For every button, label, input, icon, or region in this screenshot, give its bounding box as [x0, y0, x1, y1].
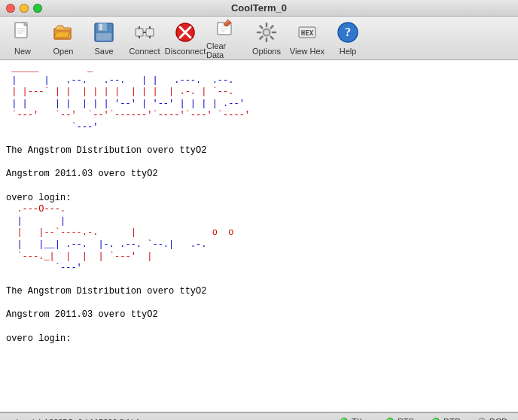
- tx-rx-group: TX RX: [340, 417, 373, 420]
- rts-indicator: RTS: [386, 417, 419, 420]
- maximize-button[interactable]: [33, 4, 42, 13]
- tx-indicator: TX: [340, 417, 373, 420]
- disconnect-label: Disconnect: [165, 47, 206, 56]
- clear-data-label: Clear Data: [206, 41, 245, 59]
- svg-rect-11: [146, 29, 154, 36]
- svg-text:?: ?: [345, 26, 351, 38]
- tx-label: TX: [352, 417, 373, 420]
- disconnect-icon: [173, 20, 197, 44]
- connect-button[interactable]: Connect: [125, 19, 164, 58]
- svg-rect-8: [99, 24, 102, 30]
- new-button[interactable]: New: [3, 19, 42, 58]
- window-title: CoolTerm_0: [231, 2, 287, 14]
- connect-icon: [133, 20, 157, 44]
- dcd-ri-group: DCD RI: [478, 417, 510, 420]
- status-bar: usbserial-A8005Ca2 / 115200 8-N-1 Connec…: [0, 412, 518, 420]
- view-hex-label: View Hex: [290, 47, 325, 56]
- help-button[interactable]: ? Help: [328, 19, 367, 58]
- new-label: New: [14, 47, 31, 56]
- minimize-button[interactable]: [20, 4, 29, 13]
- view-hex-button[interactable]: HEX View Hex: [288, 19, 327, 58]
- status-indicators: TX RX RTS CTS DTR: [340, 417, 510, 420]
- open-label: Open: [53, 47, 74, 56]
- new-icon: [11, 20, 35, 44]
- connect-label: Connect: [130, 47, 160, 56]
- save-icon: [92, 20, 116, 44]
- save-button[interactable]: Save: [84, 19, 123, 58]
- window-controls[interactable]: [6, 4, 42, 13]
- dcd-label: DCD: [489, 417, 510, 420]
- options-button[interactable]: Options: [247, 19, 286, 58]
- close-button[interactable]: [6, 4, 15, 13]
- help-label: Help: [340, 47, 357, 56]
- save-label: Save: [94, 47, 113, 56]
- open-button[interactable]: Open: [44, 19, 83, 58]
- view-hex-icon: HEX: [295, 20, 319, 44]
- svg-line-33: [271, 26, 273, 29]
- terminal-content: _____ _ | | .--. .--. | | .---. .--. | |…: [6, 63, 512, 345]
- clear-data-button[interactable]: Clear Data: [206, 19, 245, 58]
- svg-rect-10: [136, 29, 143, 36]
- disconnect-button[interactable]: Disconnect: [166, 19, 205, 58]
- rts-cts-group: RTS CTS: [386, 417, 419, 420]
- svg-line-32: [271, 37, 273, 39]
- dtr-label: DTR: [443, 417, 465, 420]
- status-info: usbserial-A8005Ca2 / 115200 8-N-1 Connec…: [8, 418, 140, 421]
- connection-info: usbserial-A8005Ca2 / 115200 8-N-1: [8, 418, 140, 421]
- dcd-indicator: DCD: [478, 417, 510, 420]
- svg-rect-9: [96, 33, 111, 41]
- title-bar: CoolTerm_0: [0, 0, 518, 17]
- options-icon: [254, 20, 279, 44]
- svg-line-34: [261, 37, 263, 39]
- help-icon: ?: [336, 20, 360, 44]
- svg-point-26: [264, 30, 269, 35]
- open-icon: [51, 20, 75, 44]
- terminal-output: _____ _ | | .--. .--. | | .---. .--. | |…: [0, 60, 518, 412]
- toolbar: New Open Save: [0, 17, 518, 60]
- dtr-indicator: DTR: [432, 417, 465, 420]
- rts-label: RTS: [398, 417, 419, 420]
- options-label: Options: [252, 47, 281, 56]
- clear-data-icon: [214, 17, 238, 39]
- svg-text:HEX: HEX: [301, 29, 314, 37]
- dtr-dsr-group: DTR DSR: [432, 417, 465, 420]
- svg-line-31: [261, 26, 263, 29]
